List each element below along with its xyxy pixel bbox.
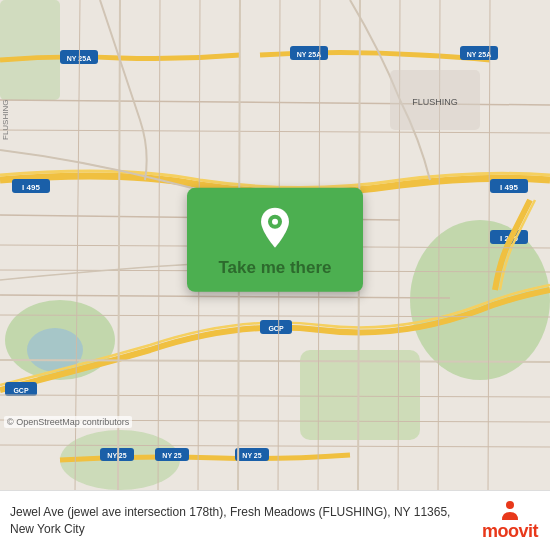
svg-point-56 [506, 501, 514, 509]
svg-point-55 [272, 219, 278, 225]
copyright-text: © OpenStreetMap contributors [4, 416, 132, 428]
take-me-there-button[interactable]: Take me there [218, 258, 331, 278]
svg-text:GCP: GCP [268, 325, 284, 332]
svg-text:NY 25A: NY 25A [297, 51, 321, 58]
svg-text:FLUSHING: FLUSHING [412, 97, 458, 107]
svg-rect-5 [0, 0, 60, 100]
svg-text:NY 25: NY 25 [162, 452, 181, 459]
moovit-person-icon [494, 500, 526, 520]
svg-text:NY 25: NY 25 [242, 452, 261, 459]
location-pin-icon [257, 206, 293, 250]
moovit-brand-text: moovit [482, 521, 538, 542]
svg-text:FLUSHING: FLUSHING [1, 100, 10, 140]
svg-text:I 495: I 495 [22, 183, 40, 192]
moovit-logo: moovit [482, 500, 538, 542]
svg-point-2 [410, 220, 550, 380]
svg-text:NY 25A: NY 25A [467, 51, 491, 58]
svg-text:NY 25: NY 25 [107, 452, 126, 459]
action-card: Take me there [187, 188, 363, 292]
svg-text:I 495: I 495 [500, 183, 518, 192]
info-bar: Jewel Ave (jewel ave intersection 178th)… [0, 490, 550, 550]
svg-text:GCP: GCP [13, 387, 29, 394]
address-text: Jewel Ave (jewel ave intersection 178th)… [10, 504, 472, 538]
map-container: I 495 I 495 I 295 GCP GCP NY 25A NY 25A … [0, 0, 550, 490]
